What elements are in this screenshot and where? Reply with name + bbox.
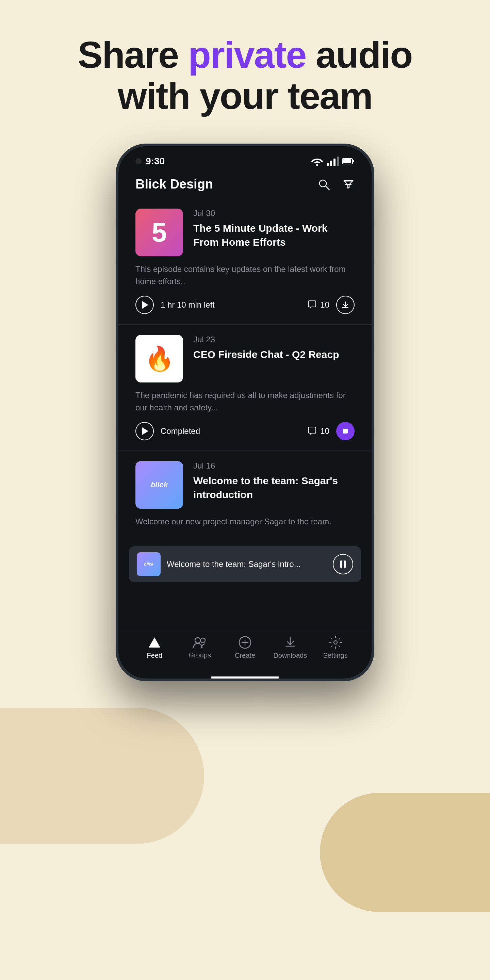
- phone-device: 9:30: [116, 143, 374, 681]
- groups-icon: [192, 636, 207, 649]
- svg-rect-0: [327, 163, 329, 166]
- play-triangle-icon: [142, 301, 148, 309]
- episode-2-downloaded-button[interactable]: [336, 422, 355, 440]
- episode-2-comments: 10: [308, 426, 329, 436]
- svg-rect-1: [330, 161, 332, 166]
- episode-item-3[interactable]: blick Jul 16 Welcome to the team: Sagar'…: [118, 451, 372, 546]
- episode-3-header: blick Jul 16 Welcome to the team: Sagar'…: [135, 461, 355, 509]
- svg-point-13: [195, 638, 200, 643]
- signal-icon: [327, 156, 339, 166]
- status-right: [311, 156, 355, 166]
- camera-dot: [135, 158, 142, 164]
- episode-1-title: The 5 Minute Update - Work From Home Eff…: [193, 221, 355, 249]
- episode-1-controls: 1 hr 10 min left 10: [135, 296, 355, 314]
- pause-icon: [340, 560, 346, 568]
- episode-2-controls: Completed 10: [135, 422, 355, 440]
- comment-icon-2: [308, 427, 318, 436]
- episode-2-title: CEO Fireside Chat - Q2 Reacp: [193, 348, 355, 362]
- nav-create-label: Create: [235, 652, 255, 659]
- episode-2-header: 🔥 Jul 23 CEO Fireside Chat - Q2 Reacp: [135, 335, 355, 382]
- svg-rect-3: [337, 156, 339, 166]
- phone-screen: 9:30: [118, 146, 372, 679]
- mini-player-thumb: blick: [137, 552, 161, 576]
- comment-icon: [308, 301, 318, 309]
- episode-1-time-left: 1 hr 10 min left: [161, 300, 215, 310]
- episode-2-controls-left: Completed: [135, 422, 200, 440]
- home-indicator: [211, 676, 279, 679]
- svg-rect-2: [334, 159, 336, 166]
- pause-bar-2: [344, 560, 346, 568]
- episode-1-meta: Jul 30 The 5 Minute Update - Work From H…: [193, 208, 355, 256]
- play-triangle-icon-2: [142, 427, 148, 435]
- episode-2-controls-right: 10: [308, 422, 355, 440]
- episode-3-meta: Jul 16 Welcome to the team: Sagar's intr…: [193, 461, 355, 509]
- svg-point-14: [200, 638, 205, 643]
- episode-1-desc: This episode contains key updates on the…: [135, 263, 355, 288]
- svg-rect-10: [308, 427, 316, 433]
- svg-rect-5: [343, 159, 351, 163]
- episode-2-thumb: 🔥: [135, 335, 183, 382]
- episode-2-meta: Jul 23 CEO Fireside Chat - Q2 Reacp: [193, 335, 355, 382]
- episode-2-comment-count: 10: [320, 426, 329, 436]
- bg-shape-left: [0, 708, 204, 844]
- episode-2-completed: Completed: [161, 426, 200, 436]
- episode-1-thumb: 5: [135, 208, 183, 256]
- episode-3-thumb: blick: [135, 461, 183, 509]
- settings-icon: [329, 636, 342, 649]
- status-left: 9:30: [135, 156, 165, 167]
- nav-downloads[interactable]: Downloads: [270, 636, 311, 659]
- nav-create[interactable]: Create: [224, 636, 266, 659]
- episode-1-header: 5 Jul 30 The 5 Minute Update - Work From…: [135, 208, 355, 256]
- downloads-icon: [284, 636, 297, 649]
- episode-item-1[interactable]: 5 Jul 30 The 5 Minute Update - Work From…: [118, 198, 372, 325]
- episode-2-desc: The pandemic has required us all to make…: [135, 389, 355, 414]
- status-bar: 9:30: [118, 146, 372, 170]
- episode-3-date: Jul 16: [193, 461, 355, 471]
- episode-1-comments: 10: [308, 300, 329, 310]
- app-title: Blick Design: [135, 177, 213, 192]
- hero-line1: Share: [78, 34, 188, 76]
- episode-1-controls-right: 10: [308, 296, 355, 314]
- episode-2-play-button[interactable]: [135, 422, 154, 440]
- hero-section: Share private audio with your team: [51, 34, 440, 116]
- nav-downloads-label: Downloads: [273, 652, 307, 659]
- filter-icon[interactable]: [342, 178, 355, 191]
- bg-shape-right: [320, 793, 490, 912]
- phone-wrapper: 9:30: [116, 143, 374, 681]
- mini-player[interactable]: blick Welcome to the team: Sagar's intro…: [129, 546, 361, 582]
- svg-rect-6: [353, 160, 354, 162]
- episode-2-date: Jul 23: [193, 335, 355, 344]
- search-icon[interactable]: [318, 178, 330, 191]
- svg-rect-9: [308, 301, 316, 307]
- episode-1-comment-count: 10: [320, 300, 329, 310]
- svg-point-18: [334, 641, 337, 644]
- nav-feed-label: Feed: [147, 652, 163, 659]
- stop-icon: [342, 428, 349, 434]
- mini-player-title: Welcome to the team: Sagar's intro...: [167, 559, 301, 569]
- download-icon: [341, 301, 350, 309]
- nav-settings-label: Settings: [323, 652, 347, 659]
- wifi-icon: [311, 156, 323, 166]
- hero-line2: with your team: [118, 75, 372, 117]
- episode-3-title: Welcome to the team: Sagar's introductio…: [193, 474, 355, 501]
- nav-feed[interactable]: Feed: [134, 636, 175, 659]
- episode-item-2[interactable]: 🔥 Jul 23 CEO Fireside Chat - Q2 Reacp Th…: [118, 325, 372, 451]
- mini-player-left: blick Welcome to the team: Sagar's intro…: [137, 552, 301, 576]
- mini-player-pause-button[interactable]: [333, 554, 353, 574]
- nav-groups[interactable]: Groups: [179, 636, 220, 659]
- episode-list: 5 Jul 30 The 5 Minute Update - Work From…: [118, 198, 372, 629]
- svg-point-7: [320, 180, 326, 187]
- episode-1-play-button[interactable]: [135, 296, 154, 314]
- nav-settings[interactable]: Settings: [315, 636, 356, 659]
- svg-marker-12: [149, 637, 160, 648]
- svg-rect-11: [343, 429, 348, 434]
- pause-bar-1: [340, 560, 342, 568]
- status-time: 9:30: [146, 156, 165, 167]
- battery-icon: [342, 158, 355, 165]
- episode-1-download-button[interactable]: [336, 296, 355, 314]
- hero-line1-end: audio: [306, 34, 412, 76]
- hero-highlight: private: [188, 34, 306, 76]
- bottom-nav: Feed Groups: [118, 629, 372, 673]
- episode-1-controls-left: 1 hr 10 min left: [135, 296, 215, 314]
- episode-3-desc: Welcome our new project manager Sagar to…: [135, 515, 355, 528]
